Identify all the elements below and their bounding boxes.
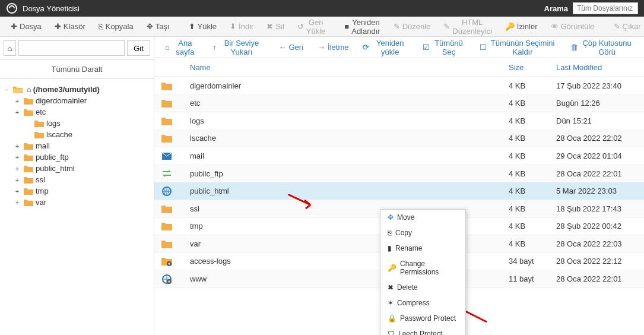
home-action[interactable]: ⌂Ana sayfa [159,35,204,60]
folder-icon [24,198,33,207]
menu-leech[interactable]: 🛡Leech Protect [380,326,465,335]
home-button[interactable]: ⌂ [4,40,16,56]
home-icon: ⌂ [27,85,31,94]
row-name: public_html [183,182,502,200]
deselect-all-action[interactable]: ☐Tümünün Seçimini Kaldır [474,35,562,60]
search-input[interactable] [573,2,638,14]
expand-icon[interactable]: + [13,143,21,150]
up-action[interactable]: ↑Bir Seviye Yukarı [207,35,271,60]
edit-button[interactable]: ✎Düzenle [388,18,437,34]
row-size: 4 KB [502,165,549,182]
collapse-all-button[interactable]: Tümünü Daralt [0,60,154,79]
menu-rename[interactable]: ▮Rename [380,241,465,256]
home-icon: ⌂ [7,44,12,53]
path-input[interactable] [18,40,125,56]
col-modified[interactable]: Last Modified [549,58,644,77]
forward-action[interactable]: →İletme [312,39,354,55]
tree-node[interactable]: +mail [13,140,151,151]
back-action[interactable]: ←Geri [272,39,309,55]
row-size: 4 KB [502,235,549,253]
menu-move[interactable]: ✥Move [380,210,465,225]
upload-icon: ⬆ [189,22,195,31]
row-modified: 28 Oca 2022 22:12 [549,252,644,270]
row-modified: 28 Oca 2022 22:01 [549,270,644,288]
col-size[interactable]: Size [502,58,549,77]
move-icon: ✥ [388,213,394,222]
folder-icon [34,119,44,128]
menu-compress[interactable]: ✶Compress [380,295,465,311]
tree-node[interactable]: +public_ftp [13,151,151,163]
delete-icon: ✖ [267,22,273,31]
folder-icon [24,142,33,150]
folder-tree: − ⌂ (/home3/umutyild) +digerdomainler+et… [0,79,154,213]
row-modified: 18 Şub 2022 17:43 [549,200,644,217]
row-modified: 28 Oca 2022 22:03 [549,235,644,253]
tree-node[interactable]: +tmp [13,185,151,197]
table-row[interactable]: lscache4 KB28 Oca 2022 22:02 [154,129,644,147]
tree-node[interactable]: lscache [24,129,151,140]
tree-node[interactable]: +digerdomainler [13,95,151,106]
tree-node[interactable]: logs [24,118,151,129]
expand-icon[interactable]: + [13,188,21,195]
restore-button[interactable]: ↺Geri Yükle [291,14,332,39]
reload-icon: ⟳ [363,43,369,52]
folder-icon [34,131,44,139]
tree-root[interactable]: − ⌂ (/home3/umutyild) [2,84,151,95]
expand-icon[interactable]: + [13,176,21,184]
extract-button[interactable]: ✎Çıkar [608,18,644,34]
collapse-icon[interactable]: − [2,86,11,93]
table-row[interactable]: etc4 KBBugün 12:26 [154,94,644,112]
folder-icon [24,153,33,162]
reload-action[interactable]: ⟳Yeniden yükle [357,35,414,60]
menu-permissions[interactable]: 🔑Change Permissions [380,256,465,280]
folder-open-icon [13,86,23,94]
context-menu: ✥Move ⎘Copy ▮Rename 🔑Change Permissions … [380,209,466,335]
row-icon [154,77,183,95]
tree-label: var [36,198,46,207]
view-button[interactable]: 👁Görüntüle [545,18,601,34]
download-button[interactable]: ⬇İndir [224,18,259,34]
tree-node[interactable]: +var [13,197,151,208]
row-name: logs [183,112,502,130]
table-row[interactable]: digerdomainler4 KB17 Şub 2022 23:40 [154,77,644,95]
row-size: 4 KB [502,217,549,235]
tree-node[interactable]: +ssl [13,174,151,185]
expand-icon[interactable]: + [13,97,21,105]
delete-button[interactable]: ✖Sil [261,18,290,34]
table-row[interactable]: logs4 KBDün 15:21 [154,112,644,130]
table-row[interactable]: public_ftp4 KB28 Oca 2022 22:01 [154,165,644,182]
folder-button[interactable]: ✚Klasör [49,18,91,34]
menu-delete[interactable]: ✖Delete [380,280,465,295]
row-name: public_ftp [183,165,502,182]
expand-icon[interactable]: + [13,165,21,172]
row-icon [154,165,183,182]
folder-icon [24,165,33,173]
tree-node[interactable]: +public_html [13,163,151,174]
tree-label: mail [36,141,50,150]
menu-password[interactable]: 🔒Password Protect [380,311,465,326]
folder-icon [24,187,33,195]
copy-icon: ⎘ [388,229,392,237]
move-button[interactable]: ✥Taşı [141,18,176,34]
permissions-button[interactable]: 🔑İzinler [499,18,544,34]
app-title: Dosya Yöneticisi [23,4,80,13]
tree-node[interactable]: +etc [13,106,151,118]
table-row[interactable]: mail4 KB29 Oca 2022 01:04 [154,147,644,165]
menu-copy[interactable]: ⎘Copy [380,225,465,241]
row-size: 4 KB [502,94,549,112]
col-name[interactable]: Name [183,58,502,77]
expand-icon[interactable]: + [13,199,21,206]
uncheck-icon: ☐ [480,43,487,52]
expand-icon[interactable]: + [13,154,21,161]
expand-icon[interactable]: + [13,109,21,116]
trash-action[interactable]: 🗑Çöp Kutusunu Görü [564,35,639,60]
copy-button[interactable]: ⎘Kopyala [93,18,139,34]
download-icon: ⬇ [230,22,236,31]
table-row[interactable]: public_html4 KB5 Mar 2022 23:03 [154,182,644,200]
arrow-right-icon: → [318,43,325,52]
go-button[interactable]: Git [127,40,150,56]
select-all-action[interactable]: ☑Tümünü Seç [417,35,471,60]
row-modified: 28 Oca 2022 22:02 [549,129,644,147]
file-button[interactable]: ✚Dosya [5,18,47,34]
upload-button[interactable]: ⬆Yükle [183,18,223,34]
